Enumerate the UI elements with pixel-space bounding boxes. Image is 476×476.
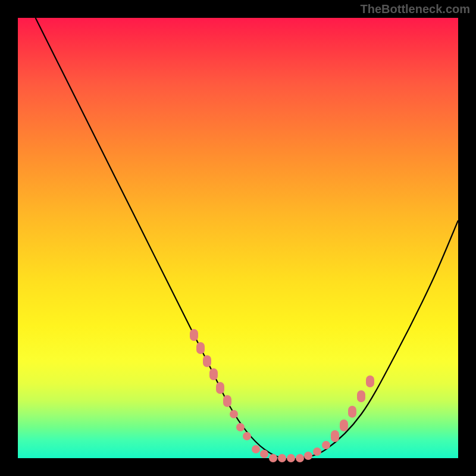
chart-plot-area [18, 18, 458, 458]
marker-dot [322, 441, 330, 449]
marker-dot [190, 329, 198, 341]
marker-dot [236, 423, 245, 431]
marker-dot [252, 445, 260, 453]
marker-dot [366, 375, 374, 387]
marker-dot [209, 368, 218, 380]
marker-dot [287, 454, 295, 462]
marker-dot [269, 454, 277, 462]
marker-dot [278, 454, 286, 462]
marker-dot [357, 390, 365, 402]
marker-dot [223, 395, 231, 407]
marker-dot [260, 450, 268, 458]
marker-dot [340, 419, 348, 431]
marker-dot [296, 454, 304, 462]
marker-dot [348, 406, 356, 418]
marker-dot [313, 447, 321, 456]
marker-dot [203, 355, 211, 367]
marker-dot [304, 452, 312, 460]
marker-dot [331, 430, 339, 442]
marker-dot [216, 382, 224, 394]
attribution-text: TheBottleneck.com [361, 2, 470, 16]
marker-dot [230, 410, 238, 418]
marker-dot [196, 342, 205, 354]
marker-dot [243, 432, 251, 440]
curve-line [18, 18, 458, 458]
